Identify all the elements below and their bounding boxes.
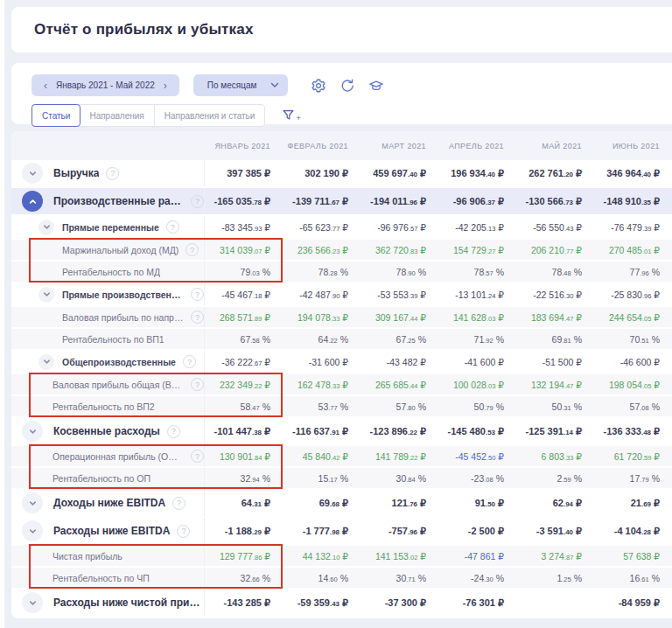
row-label-cell: Косвенные расходы? [11, 418, 205, 444]
table-row[interactable]: Общепроизводственные?-36 222.67 ₽-31 600… [11, 351, 672, 373]
row-label-cell: Чистая прибыль [11, 546, 205, 566]
table-row[interactable]: Рентабельность по ОП32.94 %15.17 %30.84 … [11, 468, 672, 488]
page-title: Отчёт о прибылях и убытках [34, 21, 254, 38]
table-row[interactable]: Выручка?397 385 ₽302 190 ₽459 697.40 ₽19… [11, 160, 672, 186]
row-label-cell: Производственные расходы? [11, 188, 205, 214]
help-icon[interactable]: ? [191, 311, 204, 324]
help-icon[interactable]: ? [191, 450, 204, 463]
education-icon[interactable] [368, 78, 384, 94]
expand-chevron-down-icon[interactable] [22, 163, 43, 184]
value-cell: 206 210.77 ₽ [516, 245, 594, 255]
row-label-cell: Операционная прибыль (ОП, EBITDA)? [11, 446, 205, 466]
value-cell: 30.84 % [360, 473, 438, 484]
expand-chevron-down-icon[interactable] [38, 287, 54, 303]
refresh-icon[interactable] [340, 78, 355, 94]
row-label-cell: Рентабельность по ВП2 [11, 396, 205, 416]
settings-icon[interactable] [311, 78, 326, 94]
value-cell: 346 964.40 ₽ [594, 168, 672, 179]
value-cell: -36 222.67 ₽ [205, 357, 283, 367]
expand-chevron-down-icon[interactable] [22, 520, 43, 541]
value-cell: 302 190 ₽ [283, 168, 360, 179]
row-label-cell: Расходы ниже чистой прибыли [11, 590, 205, 616]
value-cell: -59 359.43 ₽ [283, 597, 360, 609]
table-row[interactable]: Косвенные расходы?-101 447.38 ₽-116 637.… [11, 418, 672, 444]
expand-chevron-down-icon[interactable] [22, 421, 43, 442]
page-header: Отчёт о прибылях и убытках [11, 7, 672, 52]
row-label: Валовая прибыль по направлениям (ВП1) [62, 312, 184, 323]
period-selector[interactable]: ‹ Январь 2021 - Май 2022 › [32, 74, 179, 96]
value-cell: 70.51 % [594, 334, 672, 345]
table-row[interactable]: Рентабельность по МД79.03 %78.28 %78.90 … [11, 262, 672, 282]
view-tab-3[interactable]: Направления и статьи [155, 105, 265, 126]
value-cell: 15.17 % [283, 473, 360, 484]
value-cell: -194 011.96 ₽ [360, 196, 438, 207]
help-icon[interactable]: ? [183, 355, 196, 368]
help-icon[interactable]: ? [106, 167, 119, 180]
annotated-row-group: Чистая прибыль129 777.86 ₽44 132.10 ₽141… [11, 546, 672, 588]
filter-add-button[interactable]: + [282, 108, 300, 122]
row-label-cell: Общепроизводственные? [11, 351, 205, 373]
help-icon[interactable]: ? [191, 378, 204, 391]
column-header: ФЕВРАЛЬ 2021 [283, 142, 360, 150]
value-cell: 162 478.33 ₽ [283, 380, 360, 390]
grouping-dropdown[interactable]: По месяцам [193, 74, 289, 96]
table-row[interactable]: Доходы ниже EBITDA?64.31 ₽69.68 ₽121.76 … [11, 490, 672, 516]
table-row[interactable]: Расходы ниже EBITDA?-1 188.29 ₽-1 777.98… [11, 518, 672, 544]
value-cell: 30.71 % [360, 573, 438, 583]
value-cell: 1.25 % [516, 573, 594, 583]
table-row[interactable]: Рентабельность по ВП167.58 %64.22 %67.25… [11, 329, 672, 349]
help-icon[interactable]: ? [177, 525, 190, 538]
value-cell: 58.47 % [205, 401, 283, 412]
table-row[interactable]: Прямые производственные?-45 467.18 ₽-42 … [11, 283, 672, 305]
controls-panel: ‹ Январь 2021 - Май 2022 › По месяцам Ст… [11, 63, 672, 124]
plus-icon: + [296, 115, 300, 122]
table-row[interactable]: Операционная прибыль (ОП, EBITDA)?130 90… [11, 446, 672, 466]
collapse-chevron-up-icon[interactable] [22, 191, 43, 212]
value-cell: 67.25 % [360, 334, 438, 345]
table-row[interactable]: Производственные расходы?-165 035.78 ₽-1… [11, 188, 672, 214]
table-row[interactable]: Расходы ниже чистой прибыли-143 285 ₽-59… [11, 590, 672, 616]
column-header: АПРЕЛЬ 2021 [438, 142, 516, 150]
value-cell: 232 349.22 ₽ [205, 380, 283, 390]
value-cell: -116 637.91 ₽ [283, 426, 360, 437]
value-cell: 44 132.10 ₽ [283, 551, 360, 562]
expand-chevron-down-icon[interactable] [38, 220, 54, 235]
help-icon[interactable]: ? [191, 288, 204, 301]
value-cell: 262 761.20 ₽ [516, 168, 594, 179]
help-icon[interactable]: ? [186, 243, 199, 256]
column-header: ИЮНЬ 2021 [594, 142, 672, 150]
view-tabs-row: СтатьиНаправленияНаправления и статьи + [32, 104, 672, 127]
table-row[interactable]: Валовая прибыль общая (ВП2)?232 349.22 ₽… [11, 374, 672, 394]
help-icon[interactable]: ? [167, 425, 180, 438]
value-cell: 62.94 ₽ [516, 498, 594, 509]
help-icon[interactable]: ? [191, 195, 204, 208]
table-row[interactable]: Валовая прибыль по направлениям (ВП1)?26… [11, 307, 672, 327]
value-cell: -23.08 % [438, 473, 516, 484]
row-label-cell: Рентабельность по МД [11, 262, 205, 282]
table-row[interactable]: Прямые переменные?-83 345.93 ₽-65 623.77… [11, 216, 672, 238]
row-label-cell: Выручка? [11, 160, 205, 186]
value-cell: 16.61 % [594, 573, 672, 583]
view-tab-2[interactable]: Направления [80, 105, 154, 126]
value-cell: 77.96 % [594, 267, 672, 277]
value-cell: 397 385 ₽ [205, 168, 283, 179]
help-icon[interactable]: ? [172, 497, 186, 510]
expand-chevron-down-icon[interactable] [22, 592, 43, 613]
value-cell: 57.08 % [594, 401, 672, 412]
value-cell: 130 901.84 ₽ [205, 451, 283, 462]
help-icon[interactable]: ? [166, 220, 179, 234]
table-row[interactable]: Маржинальный доход (МД)?314 039.07 ₽236 … [11, 240, 672, 260]
view-tab-1[interactable]: Статьи [32, 104, 80, 127]
row-label: Расходы ниже EBITDA [53, 525, 170, 537]
table-row[interactable]: Рентабельность по ВП258.47 %53.77 %57.80… [11, 396, 672, 416]
value-cell: -101 447.38 ₽ [205, 426, 283, 437]
table-row[interactable]: Рентабельность по ЧП32.66 %14.60 %30.71 … [11, 568, 672, 588]
value-cell: -76 479.39 ₽ [594, 222, 672, 233]
expand-chevron-down-icon[interactable] [22, 492, 43, 513]
row-label-cell: Прямые переменные? [11, 216, 205, 238]
chevron-left-icon[interactable]: ‹ [40, 80, 51, 91]
expand-chevron-down-icon[interactable] [38, 354, 54, 370]
row-label-cell: Прямые производственные? [11, 283, 205, 305]
chevron-right-icon[interactable]: › [160, 80, 171, 91]
table-row[interactable]: Чистая прибыль129 777.86 ₽44 132.10 ₽141… [11, 546, 672, 566]
